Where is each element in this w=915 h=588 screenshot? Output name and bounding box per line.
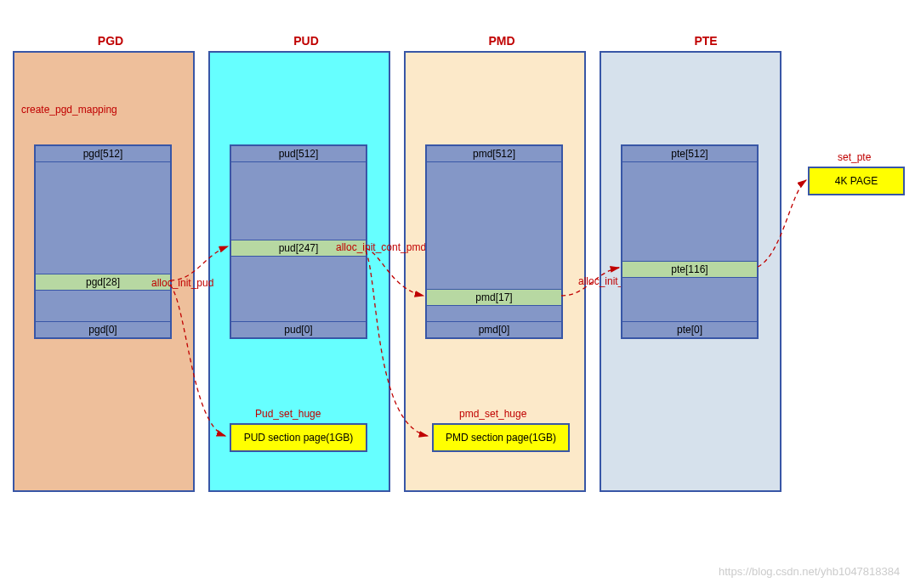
table-pte: pte[512] pte[116] pte[0]: [621, 144, 759, 339]
pmd-top-row: pmd[512]: [426, 145, 562, 162]
pmd-bottom-row: pmd[0]: [426, 321, 562, 338]
title-pte: PTE: [680, 34, 731, 48]
pte-bottom-row: pte[0]: [622, 321, 758, 338]
box-4k-page: 4K PAGE: [808, 167, 905, 195]
label-alloc-init-pud: alloc_init_pud: [151, 277, 213, 289]
pud-top-row: pud[512]: [230, 145, 367, 162]
pud-bottom-row: pud[0]: [230, 321, 367, 338]
title-pgd: PGD: [85, 34, 136, 48]
pgd-top-row: pgd[512]: [35, 145, 171, 162]
diagram-canvas: PGD PUD PMD PTE create_pgd_mapping pgd[5…: [0, 0, 915, 588]
watermark: https://blog.csdn.net/yhb1047818384: [719, 565, 900, 578]
label-create-pgd-mapping: create_pgd_mapping: [21, 104, 117, 116]
label-pud-set-huge: Pud_set_huge: [255, 408, 321, 420]
label-pmd-set-huge: pmd_set_huge: [459, 408, 526, 420]
pte-top-row: pte[512]: [622, 145, 758, 162]
label-alloc-init-cont-pmd: alloc_init_cont_pmd: [336, 241, 426, 253]
pgd-bottom-row: pgd[0]: [35, 321, 171, 338]
pgd-selected-row: pgd[28]: [35, 274, 171, 291]
box-pmd-section: PMD section page(1GB): [432, 423, 570, 452]
table-pmd: pmd[512] pmd[17] pmd[0]: [425, 144, 563, 339]
pmd-selected-row: pmd[17]: [426, 289, 562, 306]
label-set-pte: set_pte: [838, 151, 871, 163]
pte-selected-row: pte[116]: [622, 261, 758, 278]
title-pud: PUD: [281, 34, 332, 48]
box-pud-section: PUD section page(1GB): [230, 423, 367, 452]
title-pmd: PMD: [476, 34, 527, 48]
table-pgd: pgd[512] pgd[28] pgd[0]: [34, 144, 172, 339]
